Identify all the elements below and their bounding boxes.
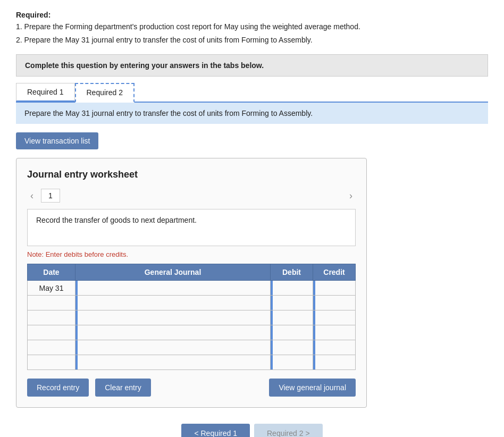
journal-cell-4[interactable] [75,325,271,340]
worksheet-title: Journal entry worksheet [27,169,356,180]
instruction-bar: Prepare the May 31 journal entry to tran… [16,103,488,124]
step1-text: 1. Prepare the Forming department's prod… [16,21,488,32]
debit-input-5[interactable] [271,340,313,355]
col-header-credit: Credit [313,264,356,281]
tab-required-2[interactable]: Required 2 [75,83,135,103]
entry-note: Note: Enter debits before credits. [27,250,356,258]
view-general-journal-button[interactable]: View general journal [269,379,356,397]
debit-input-4[interactable] [271,325,313,340]
prev-page-arrow[interactable]: ‹ [27,189,37,203]
journal-cell-1[interactable] [75,281,271,296]
journal-input-2[interactable] [75,296,270,310]
credit-input-4[interactable] [313,325,355,340]
debit-cell-1[interactable] [271,281,313,296]
col-header-debit: Debit [271,264,313,281]
credit-cell-4[interactable] [313,325,356,340]
col-header-date: Date [28,264,75,281]
table-row [28,296,356,310]
debit-cell-3[interactable] [271,310,313,325]
credit-input-6[interactable] [313,355,355,369]
debit-cell-5[interactable] [271,340,313,355]
table-row [28,310,356,325]
journal-cell-5[interactable] [75,340,271,355]
table-row [28,340,356,355]
date-cell-5 [28,340,75,355]
date-cell-1: May 31 [28,281,75,296]
credit-input-3[interactable] [313,310,355,325]
debit-cell-6[interactable] [271,355,313,370]
tabs-container: Required 1 Required 2 [16,83,488,103]
journal-cell-6[interactable] [75,355,271,370]
note-box: Record the transfer of goods to next dep… [27,209,356,246]
journal-cell-2[interactable] [75,296,271,310]
debit-input-6[interactable] [271,355,313,369]
debit-input-3[interactable] [271,310,313,325]
table-row [28,355,356,370]
debit-cell-2[interactable] [271,296,313,310]
next-page-arrow[interactable]: › [346,189,356,203]
note-box-text: Record the transfer of goods to next dep… [36,216,197,224]
credit-input-5[interactable] [313,340,355,355]
clear-entry-button[interactable]: Clear entry [95,379,150,397]
debit-cell-4[interactable] [271,325,313,340]
bottom-nav-next[interactable]: Required 2 > [254,424,323,437]
tab-required-1[interactable]: Required 1 [16,83,75,102]
credit-cell-3[interactable] [313,310,356,325]
credit-cell-6[interactable] [313,355,356,370]
page-number: 1 [41,189,60,203]
credit-cell-2[interactable] [313,296,356,310]
journal-input-3[interactable] [75,310,270,325]
journal-cell-3[interactable] [75,310,271,325]
view-transaction-button[interactable]: View transaction list [16,132,98,149]
col-header-journal: General Journal [75,264,271,281]
date-cell-3 [28,310,75,325]
journal-input-4[interactable] [75,325,270,340]
nav-row: ‹ 1 › [27,189,356,203]
bottom-buttons: Record entry Clear entry View general jo… [27,379,356,397]
journal-input-6[interactable] [75,355,270,369]
journal-input-1[interactable] [75,281,270,295]
table-row [28,325,356,340]
step2-text: 2. Prepare the May 31 journal entry to t… [16,35,488,46]
record-entry-button[interactable]: Record entry [27,379,89,397]
bottom-nav-prev[interactable]: < Required 1 [181,424,250,437]
date-cell-2 [28,296,75,310]
debit-input-1[interactable] [271,281,313,295]
debit-input-2[interactable] [271,296,313,310]
bottom-nav: < Required 1 Required 2 > [16,424,488,437]
credit-input-2[interactable] [313,296,355,310]
credit-cell-1[interactable] [313,281,356,296]
journal-input-5[interactable] [75,340,270,355]
date-cell-6 [28,355,75,370]
journal-table: Date General Journal Debit Credit May 31 [27,264,356,370]
complete-banner: Complete this question by entering your … [16,54,488,77]
credit-input-1[interactable] [313,281,355,295]
table-row: May 31 [28,281,356,296]
worksheet-container: Journal entry worksheet ‹ 1 › Record the… [16,158,367,408]
required-label: Required: [16,11,488,19]
credit-cell-5[interactable] [313,340,356,355]
date-cell-4 [28,325,75,340]
